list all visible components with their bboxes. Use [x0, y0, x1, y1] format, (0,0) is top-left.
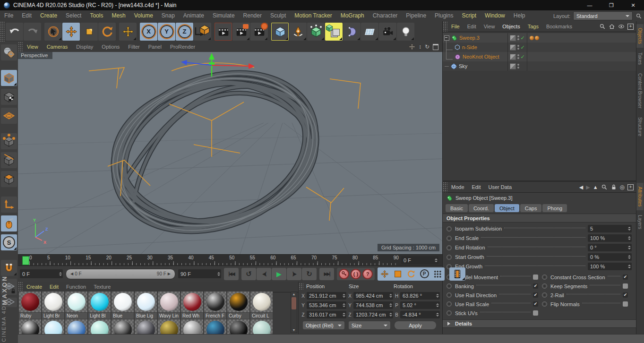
- material-preview[interactable]: [42, 319, 64, 334]
- frame-range-slider[interactable]: ◀ 0 F 90 F ▶: [66, 269, 175, 279]
- material-tile[interactable]: Curby: [227, 292, 249, 319]
- material-menu-item[interactable]: Create: [23, 282, 46, 292]
- bend-deformer-button[interactable]: [343, 23, 361, 41]
- close-button[interactable]: ✕: [622, 0, 644, 10]
- menu-item[interactable]: File: [0, 10, 17, 21]
- add-panel-icon[interactable]: +: [627, 184, 634, 190]
- material-tile[interactable]: Light Bl: [88, 292, 111, 319]
- spinner[interactable]: [388, 303, 392, 307]
- material-menu-item[interactable]: Edit: [46, 282, 62, 292]
- menu-item[interactable]: Script: [457, 10, 481, 21]
- material-menu-item[interactable]: Texture: [90, 282, 114, 292]
- enabled-check-icon[interactable]: ✓: [521, 44, 525, 51]
- material-preview[interactable]: [158, 292, 180, 312]
- spinner[interactable]: [388, 313, 392, 317]
- material-preview[interactable]: [112, 292, 134, 312]
- move-tool-button[interactable]: [62, 23, 80, 41]
- previous-key-button[interactable]: ↺: [241, 268, 256, 280]
- material-preview[interactable]: [42, 292, 64, 312]
- current-frame-input[interactable]: 0 F: [401, 256, 438, 264]
- last-tool-button[interactable]: [119, 23, 137, 41]
- go-to-end-button[interactable]: ▶▶|: [319, 268, 334, 280]
- menu-item[interactable]: Animate: [179, 10, 208, 21]
- material-preview[interactable]: [88, 292, 111, 312]
- undo-button[interactable]: [6, 23, 23, 41]
- material-tile[interactable]: Blue: [112, 292, 134, 319]
- go-to-start-button[interactable]: |◀◀: [224, 268, 239, 280]
- size-mode-dropdown[interactable]: Size: [349, 321, 390, 329]
- scene-3d[interactable]: Y Z X Grid Spacing : 1000 cm: [18, 52, 442, 254]
- material-tile[interactable]: Light Br: [42, 292, 64, 319]
- visibility-toggles[interactable]: ✓: [507, 52, 527, 61]
- material-tile[interactable]: Red Wh: [181, 292, 203, 319]
- search-icon[interactable]: [635, 13, 642, 19]
- material-name[interactable]: Light Bl: [88, 313, 111, 319]
- menu-item[interactable]: Window: [481, 10, 509, 21]
- minimize-button[interactable]: —: [579, 0, 601, 10]
- attribute-menu-item[interactable]: Edit: [468, 182, 485, 193]
- object-name[interactable]: Sky: [459, 63, 467, 69]
- field-value-input[interactable]: 5: [588, 225, 632, 232]
- visibility-dots-icon[interactable]: [517, 45, 519, 50]
- menu-item[interactable]: Edit: [17, 10, 36, 21]
- visibility-toggles[interactable]: [507, 61, 527, 71]
- field-value-input[interactable]: 0 %: [588, 253, 632, 261]
- apply-button[interactable]: Apply: [395, 321, 436, 329]
- visibility-dots-icon[interactable]: [517, 54, 519, 59]
- layer-icon[interactable]: [510, 44, 516, 51]
- material-tile[interactable]: [158, 319, 180, 334]
- tag-icon[interactable]: [535, 36, 539, 40]
- timeline-ruler[interactable]: 051015202530354045505560657075808590 0 F: [18, 254, 442, 266]
- keyframe-help-button[interactable]: ?: [362, 269, 373, 279]
- key-position-button[interactable]: [378, 268, 391, 280]
- menu-item[interactable]: Snap: [157, 10, 179, 21]
- home-icon[interactable]: [609, 23, 615, 30]
- material-preview[interactable]: [112, 319, 134, 334]
- menu-item[interactable]: Tools: [86, 10, 107, 21]
- checkbox[interactable]: [623, 274, 628, 280]
- material-tile[interactable]: Blue Lig: [135, 292, 157, 319]
- key-scale-button[interactable]: [392, 268, 404, 280]
- viewport-grip[interactable]: [18, 42, 23, 52]
- scroll-down-icon[interactable]: ▼: [291, 328, 297, 333]
- scrollbar-thumb[interactable]: [292, 297, 296, 309]
- render-view-button[interactable]: [215, 23, 232, 41]
- attribute-menu-item[interactable]: User Data: [485, 182, 516, 193]
- lock-x-axis-button[interactable]: X: [140, 23, 157, 41]
- add-cube-button[interactable]: [271, 23, 289, 41]
- position-input[interactable]: 316.017 cm: [307, 311, 346, 318]
- range-right-arrow-icon[interactable]: ▶: [168, 272, 171, 276]
- attribute-tab[interactable]: Object: [495, 204, 519, 212]
- material-menu-item[interactable]: Function: [62, 282, 90, 292]
- attribute-grip[interactable]: [443, 182, 447, 192]
- lock-z-axis-button[interactable]: Z: [176, 23, 193, 41]
- material-name[interactable]: Curby: [227, 313, 249, 319]
- layer-icon[interactable]: [510, 63, 516, 69]
- add-panel-icon[interactable]: +: [627, 24, 634, 30]
- material-tile[interactable]: [112, 319, 134, 334]
- animation-dot-icon[interactable]: [447, 310, 452, 316]
- range-left-arrow-icon[interactable]: ◀: [70, 272, 73, 276]
- animation-dot-icon[interactable]: [447, 245, 452, 250]
- menu-item[interactable]: Render: [239, 10, 266, 21]
- spinner[interactable]: [341, 313, 345, 317]
- pen-spline-button[interactable]: [289, 23, 307, 41]
- material-tile[interactable]: Ruby: [19, 292, 41, 319]
- camera-button[interactable]: [379, 23, 396, 41]
- animation-dot-icon[interactable]: [447, 292, 452, 298]
- menu-item[interactable]: Character: [369, 10, 402, 21]
- key-pla-button[interactable]: [431, 268, 444, 280]
- workplane-mode-button[interactable]: [1, 108, 17, 124]
- object-name[interactable]: NeoKnot Object: [463, 54, 499, 60]
- material-preview[interactable]: [19, 319, 41, 334]
- menu-item[interactable]: Volume: [130, 10, 157, 21]
- spinner[interactable]: [627, 255, 631, 259]
- spinner[interactable]: [216, 272, 220, 276]
- material-tile[interactable]: Wavy Lin: [158, 292, 180, 319]
- keyframe-selection-button[interactable]: [449, 267, 465, 281]
- material-tile[interactable]: [250, 319, 273, 334]
- material-preview[interactable]: [250, 292, 273, 312]
- material-name[interactable]: Ruby: [19, 313, 41, 319]
- enabled-check-icon[interactable]: ✓: [521, 35, 525, 41]
- animation-dot-icon[interactable]: [542, 301, 547, 307]
